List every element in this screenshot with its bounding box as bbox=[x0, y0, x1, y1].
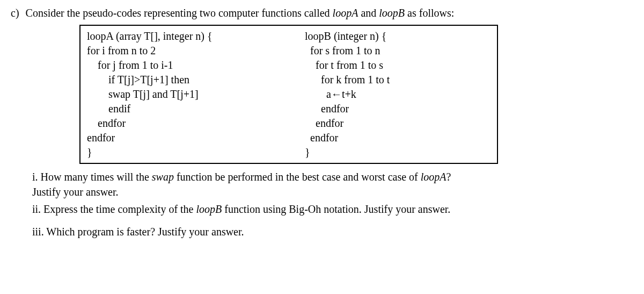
subq-i-text-3: ? bbox=[447, 171, 451, 183]
code-line: for k from 1 to t bbox=[305, 74, 390, 85]
question-header: c) Consider the pseudo-codes representin… bbox=[11, 5, 633, 20]
intro-text-2: and bbox=[358, 7, 379, 19]
loopb-code: loopB (integer n) { for s from 1 to n fo… bbox=[283, 29, 491, 160]
sub-questions: i. How many times will the swap function… bbox=[32, 169, 633, 239]
code-line: for j from 1 to i-1 bbox=[87, 59, 173, 71]
intro-text-1: Consider the pseudo-codes representing t… bbox=[26, 7, 333, 19]
sub-question-i: i. How many times will the swap function… bbox=[32, 169, 633, 199]
sub-question-iii: iii. Which program is faster? Justify yo… bbox=[32, 224, 633, 239]
code-line: } bbox=[87, 146, 92, 158]
code-line: for t from 1 to s bbox=[305, 59, 383, 71]
function-name-b: loopB bbox=[379, 7, 405, 19]
intro-text-3: as follows: bbox=[405, 7, 454, 19]
code-line: for s from 1 to n bbox=[305, 45, 380, 56]
code-line: } bbox=[305, 146, 310, 158]
code-line: endif bbox=[87, 103, 130, 114]
subq-ii-text-2: function using Big-Oh notation. Justify … bbox=[222, 203, 450, 215]
code-line: a←t+k bbox=[305, 88, 356, 100]
code-line: endfor bbox=[305, 117, 343, 129]
function-name-a: loopA bbox=[333, 7, 358, 19]
question-intro: Consider the pseudo-codes representing t… bbox=[26, 5, 633, 20]
code-line: if T[j]>T[j+1] then bbox=[87, 74, 189, 85]
subq-i-justify: Justify your answer. bbox=[32, 184, 633, 199]
code-line: for i from n to 2 bbox=[87, 45, 156, 56]
sub-question-ii: ii. Express the time complexity of the l… bbox=[32, 202, 633, 217]
code-line: endfor bbox=[87, 117, 126, 129]
loopb-term: loopB bbox=[196, 203, 222, 215]
loopa-code: loopA (array T[], integer n) { for i fro… bbox=[87, 29, 283, 160]
pseudocode-box: loopA (array T[], integer n) { for i fro… bbox=[79, 25, 498, 164]
code-line: endfor bbox=[87, 132, 115, 144]
subq-i-text-1: i. How many times will the bbox=[32, 171, 152, 183]
code-line: endfor bbox=[305, 103, 349, 114]
code-line: swap T[j] and T[j+1] bbox=[87, 88, 199, 100]
code-line: loopA (array T[], integer n) { bbox=[87, 30, 213, 42]
subq-i-text-2: function be performed in the best case a… bbox=[174, 171, 421, 183]
question-label: c) bbox=[11, 5, 19, 20]
code-line: loopB (integer n) { bbox=[305, 30, 386, 42]
subq-ii-text-1: ii. Express the time complexity of the bbox=[32, 203, 196, 215]
code-line: endfor bbox=[305, 132, 338, 144]
loopa-term: loopA bbox=[421, 171, 447, 183]
swap-term: swap bbox=[152, 171, 174, 183]
